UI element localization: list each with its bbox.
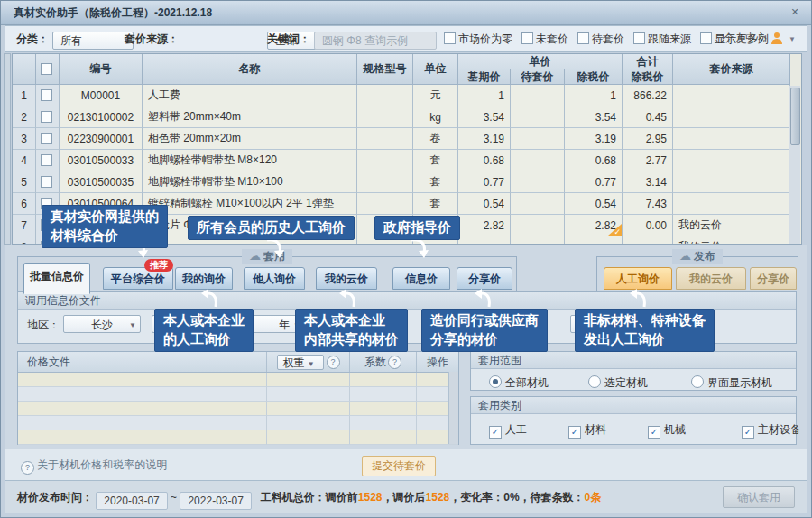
tooltip-line: 所有会员的历史人工询价 [197, 218, 346, 237]
row-checkbox[interactable] [41, 111, 52, 123]
col-excl-price: 除税价 [565, 69, 623, 85]
cell-base-price: 0.77 [458, 171, 511, 193]
row-checkbox-cell[interactable] [36, 171, 60, 193]
checkbox-icon[interactable] [521, 32, 533, 44]
price-file-row[interactable] [18, 402, 458, 416]
submit-pending-price-button[interactable]: 提交待套价 [362, 456, 436, 476]
cell-source [673, 85, 790, 106]
apply-range-title: 套用范围 [471, 352, 796, 369]
cell-pending-price[interactable] [511, 85, 565, 106]
user-center[interactable]: 个人中心▼ [724, 31, 796, 46]
category-option-主材设备[interactable]: ✓主材设备 [742, 421, 801, 439]
checkbox-icon[interactable]: ✓ [568, 426, 581, 439]
category-option-机械[interactable]: ✓机械 [648, 421, 686, 439]
callout-arrow-icon [408, 237, 431, 259]
tab-信息价[interactable]: 信息价 [392, 267, 450, 290]
row-checkbox[interactable] [41, 176, 52, 188]
filter-checkbox-item[interactable]: 跟随来源 [633, 32, 691, 45]
filter-checkbox-item[interactable]: 待套价 [577, 32, 624, 45]
row-checkbox-cell[interactable] [36, 106, 60, 128]
row-number: 7 [13, 215, 36, 236]
cell-pending-price[interactable] [511, 150, 565, 171]
tax-help-link[interactable]: ? 关于材机价格和税率的说明 [21, 458, 167, 475]
cell-excl-price [565, 236, 623, 245]
cell-pending-price[interactable] [511, 236, 565, 245]
confirm-apply-button[interactable]: 确认套用 [723, 486, 795, 508]
checkbox-icon[interactable] [444, 32, 456, 44]
table-row[interactable]: 403010500033地脚螺栓带帽带垫 M8×120套0.680.682.77 [13, 150, 790, 171]
row-checkbox[interactable] [41, 154, 52, 166]
cell-pending-price[interactable] [511, 106, 565, 128]
tab-他人询价[interactable]: 他人询价 [244, 267, 305, 290]
price-file-row[interactable] [18, 430, 458, 445]
close-icon[interactable]: ✕ [788, 5, 802, 19]
row-checkbox[interactable] [41, 133, 52, 144]
col-total-excl: 除税价 [623, 69, 673, 85]
checkbox-icon[interactable]: ✓ [489, 426, 502, 439]
window-title: 真材实价助手（除税价工程）-2021.12.18 [14, 5, 212, 21]
cell-unit: kg [413, 106, 458, 128]
cell-base-price: 1 [458, 85, 511, 106]
category-select[interactable]: 所有▼ [52, 32, 134, 50]
publish-tab-分享价[interactable]: 分享价 [750, 267, 797, 290]
cell-pending-price[interactable] [511, 215, 565, 236]
category-option-材料[interactable]: ✓材料 [568, 421, 606, 439]
date-from-field[interactable]: 2020-03-07 [96, 492, 167, 510]
keyword-input[interactable]: 圆钢 Φ8 查询示例 [314, 32, 437, 50]
table-scrollbar[interactable] [789, 86, 800, 245]
radio-icon[interactable] [588, 375, 601, 388]
row-checkbox-cell[interactable] [36, 150, 60, 171]
check-icon: ✓ [614, 227, 621, 236]
filter-checkbox-item[interactable]: 未套价 [521, 32, 568, 45]
range-option-全部材机[interactable]: 全部材机 [489, 374, 549, 391]
cell-spec [357, 106, 413, 128]
tooltip-line: 非标材料、特种设备 [584, 311, 706, 330]
help-icon[interactable]: ? [327, 356, 340, 369]
cell-pending-price[interactable] [511, 128, 565, 150]
row-number: 8 [13, 236, 36, 245]
table-row[interactable]: 503010500035地脚螺栓带帽带垫 M10×100套0.770.773.1… [13, 171, 790, 193]
price-file-row[interactable] [18, 416, 458, 430]
cell-pending-price[interactable] [511, 193, 565, 215]
price-file-scrollbar[interactable] [448, 372, 458, 444]
row-checkbox-cell[interactable] [36, 128, 60, 150]
table-row[interactable]: 1M00001人工费元11866.22 [13, 85, 790, 106]
select-all-checkbox[interactable] [41, 63, 52, 75]
row-number: 2 [13, 106, 36, 128]
weight-select[interactable]: 权重 ▼ [277, 355, 324, 370]
cell-base-price [458, 236, 511, 245]
range-option-选定材机[interactable]: 选定材机 [588, 374, 648, 391]
checkbox-icon[interactable]: ✓ [648, 426, 660, 439]
region-select[interactable]: 长沙▼ [63, 315, 141, 333]
cell-excl-price: 0.77 [565, 171, 623, 193]
table-row[interactable]: 302230900001相色带 20mm×20m卷3.193.192.95 [13, 128, 790, 150]
checkbox-icon[interactable]: ✓ [742, 426, 754, 439]
apply-range-panel: 套用范围 全部材机选定材机界面显示材机 [470, 351, 797, 391]
radio-icon[interactable] [489, 375, 502, 388]
date-to-field[interactable]: 2022-03-07 [180, 492, 251, 510]
select-all-checkbox-cell[interactable] [36, 54, 60, 85]
cell-pending-price[interactable] [511, 171, 565, 193]
help-icon[interactable]: ? [388, 356, 401, 369]
row-checkbox[interactable] [41, 89, 52, 101]
cell-source: 我的云价 [673, 215, 790, 236]
checkbox-icon[interactable] [577, 32, 589, 44]
filter-checkbox-item[interactable]: 市场价为零 [444, 32, 512, 45]
cell-total: 0.00 [623, 215, 673, 236]
cell-excl-price: 0.54 [565, 193, 623, 215]
tab-批量信息价[interactable]: 批量信息价 [23, 263, 90, 294]
price-file-row[interactable] [18, 387, 458, 402]
table-row[interactable]: 202130100002塑料带 20mm×40mkg3.543.540.45 [13, 106, 790, 128]
chevron-down-icon[interactable]: ▼ [789, 35, 796, 43]
price-file-cell [18, 402, 267, 416]
table-scrollbar-thumb[interactable] [790, 88, 800, 145]
price-file-row[interactable] [18, 373, 458, 387]
radio-icon[interactable] [691, 375, 704, 388]
category-option-人工[interactable]: ✓人工 [489, 421, 527, 439]
range-option-界面显示材机[interactable]: 界面显示材机 [691, 374, 772, 391]
row-checkbox-cell[interactable] [36, 85, 60, 106]
checkbox-icon[interactable] [700, 32, 712, 44]
publish-tab-我的云价[interactable]: 我的云价 [676, 267, 746, 290]
status-text: 材价发布时间： 2020-03-07 ~ 2022-03-07 工料机总价：调价… [17, 490, 601, 510]
checkbox-icon[interactable] [633, 32, 645, 44]
